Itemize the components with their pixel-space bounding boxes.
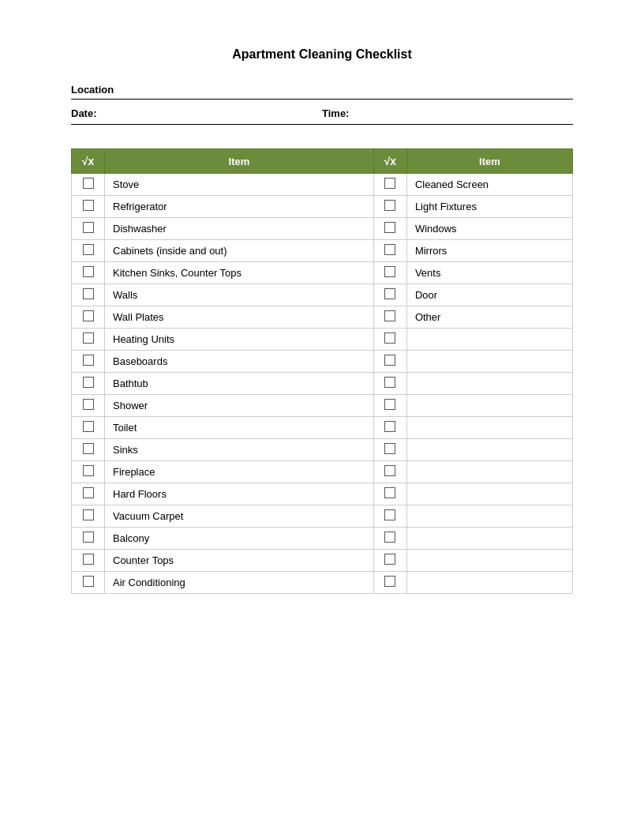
- left-checkbox-cell[interactable]: [72, 306, 105, 329]
- date-label: Date:: [71, 107, 97, 119]
- left-checkbox-cell[interactable]: [72, 461, 105, 483]
- right-checkbox-cell[interactable]: [373, 483, 406, 505]
- checkbox-left[interactable]: [83, 554, 94, 565]
- right-checkbox-cell[interactable]: [373, 262, 406, 284]
- right-checkbox-cell[interactable]: [373, 174, 406, 196]
- location-divider: [71, 99, 573, 100]
- right-checkbox-cell[interactable]: [373, 196, 406, 218]
- checkbox-left[interactable]: [83, 200, 94, 211]
- right-checkbox-cell[interactable]: [373, 439, 406, 461]
- checkbox-right[interactable]: [384, 310, 395, 321]
- checkbox-left[interactable]: [83, 266, 94, 277]
- right-checkbox-cell[interactable]: [373, 218, 406, 240]
- left-check-header: √x: [72, 149, 105, 174]
- table-row: DishwasherWindows: [72, 218, 573, 240]
- left-checkbox-cell[interactable]: [72, 528, 105, 550]
- left-checkbox-cell[interactable]: [72, 174, 105, 196]
- table-row: Shower: [72, 395, 573, 417]
- left-checkbox-cell[interactable]: [72, 329, 105, 351]
- left-checkbox-cell[interactable]: [72, 240, 105, 262]
- checkbox-right[interactable]: [384, 576, 395, 587]
- left-checkbox-cell[interactable]: [72, 218, 105, 240]
- left-checkbox-cell[interactable]: [72, 395, 105, 417]
- checkbox-left[interactable]: [83, 332, 94, 344]
- checkbox-right[interactable]: [384, 288, 395, 299]
- checkbox-right[interactable]: [384, 377, 395, 388]
- right-checkbox-cell[interactable]: [373, 461, 406, 483]
- right-checkbox-cell[interactable]: [373, 351, 406, 373]
- checkbox-left[interactable]: [83, 509, 94, 520]
- checkbox-left[interactable]: [83, 310, 94, 321]
- checkbox-right[interactable]: [384, 200, 395, 211]
- checkbox-right[interactable]: [384, 332, 395, 344]
- checkbox-left[interactable]: [83, 532, 94, 543]
- right-item-cell: [406, 395, 572, 417]
- checkbox-right[interactable]: [384, 421, 395, 432]
- checkbox-left[interactable]: [83, 487, 94, 498]
- checkbox-right[interactable]: [384, 443, 395, 454]
- checkbox-left[interactable]: [83, 355, 94, 366]
- right-item-cell: Other: [406, 306, 572, 329]
- checkbox-right[interactable]: [384, 266, 395, 277]
- checkbox-left[interactable]: [83, 244, 94, 255]
- checkbox-left[interactable]: [83, 178, 94, 189]
- table-row: Baseboards: [72, 351, 573, 373]
- right-item-cell: Windows: [406, 218, 572, 240]
- right-checkbox-cell[interactable]: [373, 505, 406, 528]
- checkbox-right[interactable]: [384, 244, 395, 255]
- left-checkbox-cell[interactable]: [72, 417, 105, 439]
- table-row: Air Conditioning: [72, 572, 573, 594]
- left-item-cell: Baseboards: [105, 351, 374, 373]
- left-checkbox-cell[interactable]: [72, 196, 105, 218]
- right-item-cell: [406, 572, 572, 594]
- right-item-cell: [406, 417, 572, 439]
- right-checkbox-cell[interactable]: [373, 329, 406, 351]
- right-item-cell: [406, 329, 572, 351]
- checkbox-right[interactable]: [384, 222, 395, 233]
- checkbox-left[interactable]: [83, 421, 94, 432]
- left-checkbox-cell[interactable]: [72, 351, 105, 373]
- left-item-cell: Kitchen Sinks, Counter Tops: [105, 262, 374, 284]
- checkbox-right[interactable]: [384, 355, 395, 366]
- date-time-row: Date: Time:: [71, 103, 573, 125]
- left-checkbox-cell[interactable]: [72, 439, 105, 461]
- right-checkbox-cell[interactable]: [373, 395, 406, 417]
- checkbox-right[interactable]: [384, 178, 395, 189]
- right-checkbox-cell[interactable]: [373, 284, 406, 306]
- left-item-cell: Shower: [105, 395, 374, 417]
- left-checkbox-cell[interactable]: [72, 284, 105, 306]
- left-checkbox-cell[interactable]: [72, 572, 105, 594]
- checkbox-right[interactable]: [384, 465, 395, 476]
- checkbox-left[interactable]: [83, 377, 94, 388]
- left-checkbox-cell[interactable]: [72, 550, 105, 572]
- left-item-cell: Bathtub: [105, 373, 374, 395]
- checkbox-right[interactable]: [384, 554, 395, 565]
- left-checkbox-cell[interactable]: [72, 373, 105, 395]
- right-checkbox-cell[interactable]: [373, 373, 406, 395]
- checkbox-left[interactable]: [83, 399, 94, 410]
- right-checkbox-cell[interactable]: [373, 572, 406, 594]
- checkbox-left[interactable]: [83, 465, 94, 476]
- right-checkbox-cell[interactable]: [373, 417, 406, 439]
- checkbox-right[interactable]: [384, 399, 395, 410]
- left-checkbox-cell[interactable]: [72, 262, 105, 284]
- left-item-cell: Walls: [105, 284, 374, 306]
- checkbox-right[interactable]: [384, 487, 395, 498]
- checkbox-left[interactable]: [83, 222, 94, 233]
- left-checkbox-cell[interactable]: [72, 483, 105, 505]
- checkbox-left[interactable]: [83, 443, 94, 454]
- right-checkbox-cell[interactable]: [373, 306, 406, 329]
- right-checkbox-cell[interactable]: [373, 550, 406, 572]
- table-row: Toilet: [72, 417, 573, 439]
- checkbox-left[interactable]: [83, 288, 94, 299]
- table-row: Wall PlatesOther: [72, 306, 573, 329]
- left-checkbox-cell[interactable]: [72, 505, 105, 528]
- checkbox-right[interactable]: [384, 532, 395, 543]
- right-checkbox-cell[interactable]: [373, 528, 406, 550]
- left-item-cell: Balcony: [105, 528, 374, 550]
- checkbox-right[interactable]: [384, 509, 395, 520]
- right-item-cell: Mirrors: [406, 240, 572, 262]
- right-checkbox-cell[interactable]: [373, 240, 406, 262]
- right-item-cell: [406, 351, 572, 373]
- checkbox-left[interactable]: [83, 576, 94, 587]
